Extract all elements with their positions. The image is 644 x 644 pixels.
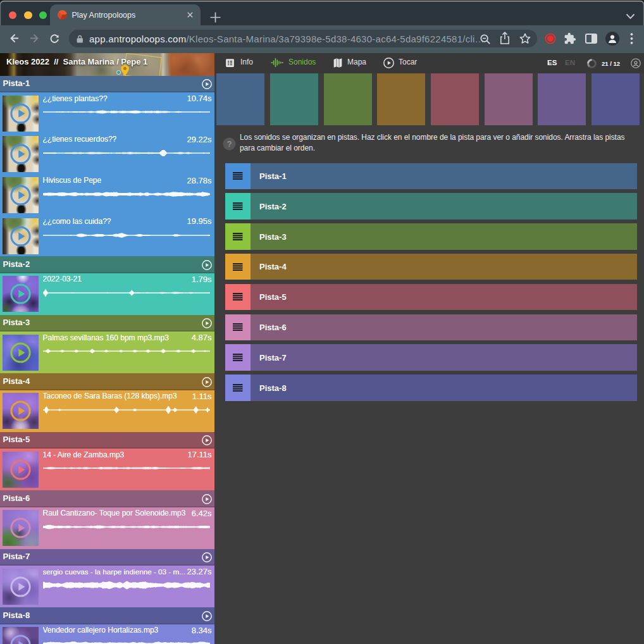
svg-text:?: ? xyxy=(226,139,232,149)
